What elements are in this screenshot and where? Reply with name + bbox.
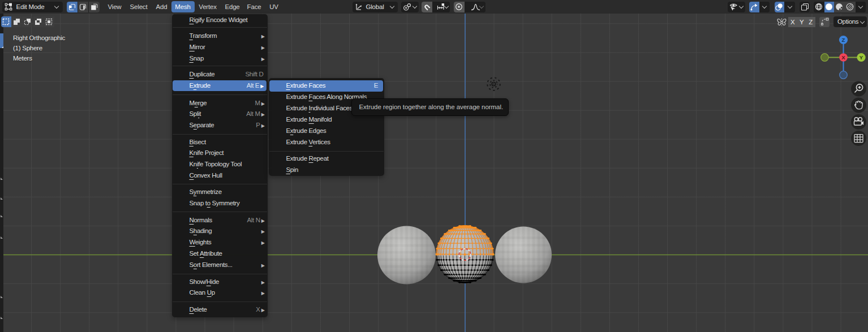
svg-text:Z: Z — [842, 37, 845, 43]
svg-text:Y: Y — [860, 54, 863, 61]
svg-text:X: X — [841, 54, 845, 61]
